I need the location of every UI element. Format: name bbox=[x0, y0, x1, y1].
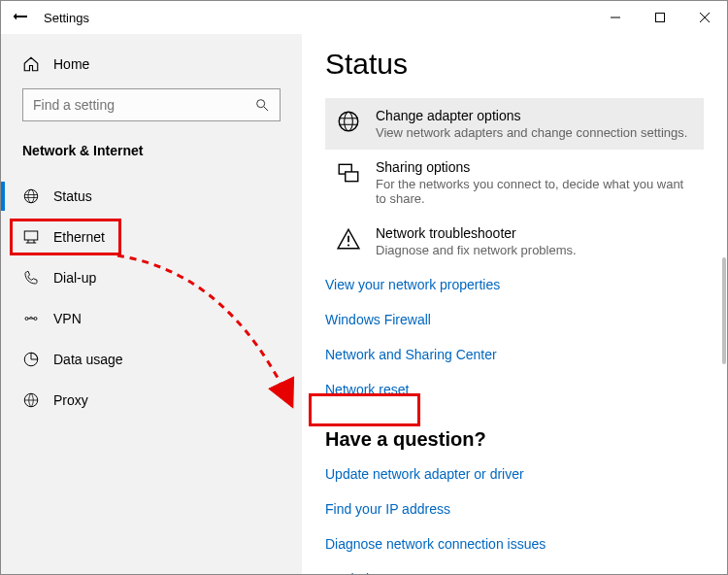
svg-point-22 bbox=[347, 244, 349, 246]
sidebar-item-label: Status bbox=[53, 188, 92, 204]
link-windows-firewall[interactable]: Windows Firewall bbox=[325, 312, 431, 327]
link-diagnose-issues[interactable]: Diagnose network connection issues bbox=[325, 536, 546, 552]
link-sharing-center[interactable]: Network and Sharing Center bbox=[325, 347, 497, 362]
option-title: Sharing options bbox=[376, 159, 694, 175]
svg-rect-8 bbox=[24, 231, 38, 240]
home-icon bbox=[22, 55, 40, 73]
search-box[interactable] bbox=[22, 88, 281, 121]
proxy-icon bbox=[22, 391, 40, 409]
option-desc: View network adapters and change connect… bbox=[376, 125, 687, 140]
home-button[interactable]: Home bbox=[22, 48, 281, 81]
home-label: Home bbox=[53, 56, 89, 72]
link-find-ip[interactable]: Find your IP address bbox=[325, 501, 450, 517]
option-sharing[interactable]: Sharing options For the networks you con… bbox=[325, 150, 704, 216]
sidebar-item-vpn[interactable]: VPN bbox=[1, 298, 302, 339]
app-title: Settings bbox=[44, 11, 89, 25]
option-desc: For the networks you connect to, decide … bbox=[376, 177, 694, 206]
sidebar-item-label: Dial-up bbox=[53, 270, 96, 286]
dialup-icon bbox=[22, 269, 40, 287]
sidebar: Home Network & Internet Status bbox=[1, 34, 302, 574]
question-heading: Have a question? bbox=[325, 428, 704, 451]
troubleshooter-icon bbox=[335, 225, 362, 253]
sidebar-item-ethernet[interactable]: Ethernet bbox=[1, 217, 302, 257]
search-input[interactable] bbox=[33, 97, 254, 113]
svg-point-12 bbox=[25, 318, 28, 321]
svg-point-13 bbox=[34, 318, 37, 321]
close-button[interactable] bbox=[682, 1, 727, 34]
svg-rect-20 bbox=[346, 172, 358, 182]
maximize-button[interactable] bbox=[638, 1, 682, 34]
page-title: Status bbox=[325, 48, 704, 81]
status-icon bbox=[22, 187, 40, 205]
category-title: Network & Internet bbox=[22, 143, 281, 158]
title-bar: 🠔 Settings bbox=[1, 1, 727, 34]
sharing-icon bbox=[335, 159, 362, 186]
back-button[interactable]: 🠔 bbox=[13, 9, 28, 26]
svg-point-18 bbox=[345, 112, 353, 131]
option-troubleshooter[interactable]: Network troubleshooter Diagnose and fix … bbox=[325, 216, 704, 267]
option-change-adapter[interactable]: Change adapter options View network adap… bbox=[325, 98, 704, 150]
main-content: Status Change adapter options View netwo… bbox=[302, 34, 727, 574]
svg-point-17 bbox=[339, 112, 358, 131]
link-network-reset[interactable]: Network reset bbox=[325, 382, 409, 397]
datausage-icon bbox=[22, 351, 40, 368]
svg-point-4 bbox=[257, 100, 265, 108]
sidebar-item-label: Proxy bbox=[53, 392, 88, 408]
ethernet-icon bbox=[22, 228, 40, 246]
settings-window: 🠔 Settings Home bbox=[0, 0, 728, 575]
sidebar-item-status[interactable]: Status bbox=[1, 176, 302, 217]
svg-line-5 bbox=[264, 107, 268, 111]
minimize-button[interactable] bbox=[593, 1, 638, 34]
sidebar-item-label: VPN bbox=[53, 311, 82, 326]
link-view-properties[interactable]: View your network properties bbox=[325, 277, 500, 292]
sidebar-item-label: Ethernet bbox=[53, 229, 105, 245]
svg-point-6 bbox=[24, 189, 38, 203]
sidebar-item-proxy[interactable]: Proxy bbox=[1, 380, 302, 421]
link-update-adapter[interactable]: Update network adapter or driver bbox=[325, 466, 524, 482]
scrollbar[interactable] bbox=[722, 257, 726, 364]
sidebar-item-label: Data usage bbox=[53, 352, 123, 367]
option-title: Change adapter options bbox=[376, 108, 687, 123]
svg-rect-1 bbox=[656, 14, 665, 22]
vpn-icon bbox=[22, 310, 40, 327]
search-icon bbox=[254, 97, 270, 113]
svg-point-7 bbox=[28, 189, 34, 203]
link-get-help[interactable]: Get help bbox=[325, 571, 377, 574]
sidebar-item-dialup[interactable]: Dial-up bbox=[1, 257, 302, 298]
adapter-icon bbox=[335, 108, 362, 135]
sidebar-item-datausage[interactable]: Data usage bbox=[1, 339, 302, 380]
option-title: Network troubleshooter bbox=[376, 225, 577, 241]
option-desc: Diagnose and fix network problems. bbox=[376, 243, 577, 257]
